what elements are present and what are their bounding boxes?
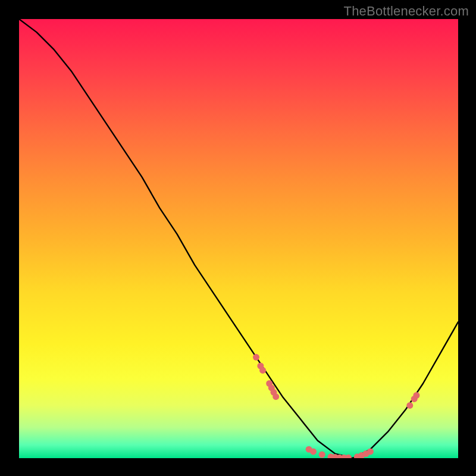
data-marker <box>273 393 279 400</box>
data-marker <box>413 392 419 399</box>
data-marker <box>345 455 352 458</box>
data-marker <box>406 402 413 409</box>
data-marker <box>259 367 266 374</box>
bottleneck-curve <box>19 19 458 458</box>
data-marker <box>310 448 317 455</box>
data-marker <box>319 452 325 458</box>
data-marker <box>367 448 374 455</box>
data-marker <box>253 354 259 361</box>
chart-frame: TheBottlenecker.com <box>0 0 476 476</box>
plot-area <box>19 19 458 458</box>
watermark-text: TheBottlenecker.com <box>344 4 469 19</box>
